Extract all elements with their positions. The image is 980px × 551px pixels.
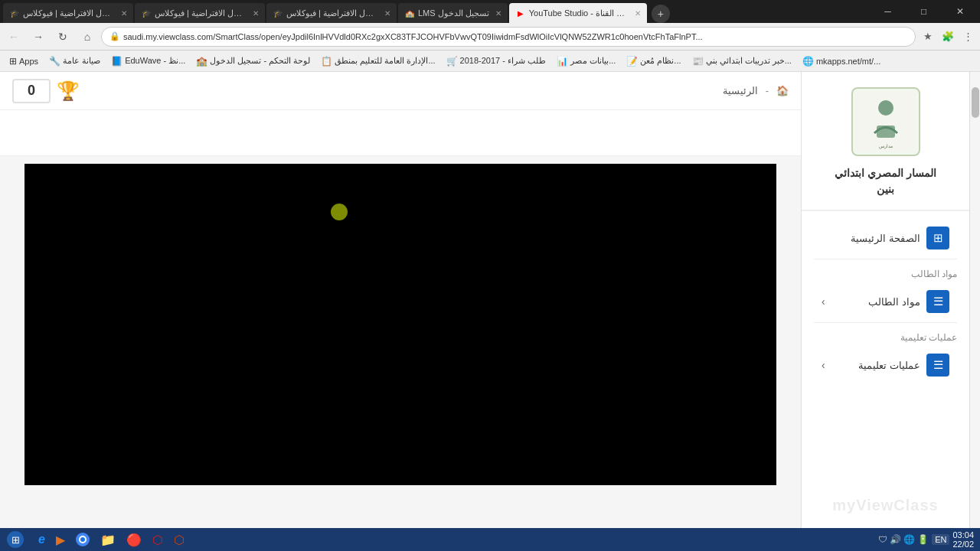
bookmark-label-9: mkapps.net/mt/... <box>816 57 880 66</box>
sidebar-edu-section: عمليات تعليمية ‹ عمليات تعليمية ☰ <box>802 323 969 386</box>
tab-close-4[interactable]: ✕ <box>495 9 501 18</box>
video-screen <box>24 164 776 485</box>
chrome-icon <box>76 533 90 546</box>
sidebar-item-student-materials[interactable]: ‹ مواد الطالب ☰ <box>814 284 957 319</box>
bookmark-system[interactable]: 📝 نظام مُعن... <box>622 54 685 68</box>
browser-tab-3[interactable]: 🎓 الفصول الافتراضية | فيوكلاس ✕ <box>266 3 397 23</box>
bookmark-star-icon[interactable]: ★ <box>919 28 937 46</box>
bookmark-favicon-9: 🌐 <box>802 56 814 67</box>
sidebar-item-edu-ops[interactable]: ‹ عمليات تعليمية ☰ <box>814 347 957 383</box>
video-player[interactable] <box>24 164 776 485</box>
system-tray: 🛡 🔊 🌐 🔋 <box>878 534 929 545</box>
breadcrumb-separator: - <box>766 85 769 96</box>
tab-close-5[interactable]: ✕ <box>635 9 641 18</box>
extensions-icon[interactable]: 🧩 <box>939 28 957 46</box>
bookmark-favicon-7: 📝 <box>626 56 638 67</box>
taskbar: ⊞ e ▶ 📁 🔴 ⬡ ⬡ 🛡 <box>0 528 980 551</box>
tab-label-4: LMS تسجيل الدخول <box>418 8 489 18</box>
browser-tab-2[interactable]: 🎓 الفصول الافتراضية | فيوكلاس ✕ <box>135 3 265 23</box>
bookmark-purchase[interactable]: 🛒 2018-2017 - طلب شراء <box>442 54 550 68</box>
browser-tab-4[interactable]: 🏫 LMS تسجيل الدخول ✕ <box>398 3 508 23</box>
bookmark-label-4: الإدارة العامة للتعليم بمنطق... <box>335 56 435 66</box>
shield-icon: 🛡 <box>878 534 887 545</box>
url-bar[interactable]: 🔒 saudi.my.viewclass.com/SmartClass/open… <box>101 27 916 47</box>
close-button[interactable]: ✕ <box>942 0 977 23</box>
bookmark-mkapps[interactable]: 🌐 mkapps.net/mt/... <box>798 54 885 68</box>
sidebar-home-icon: ⊞ <box>926 227 949 249</box>
apps-grid-icon: ⊞ <box>9 56 17 67</box>
bookmark-label-7: نظام مُعن... <box>640 56 681 66</box>
sidebar-student-icon: ☰ <box>926 290 949 313</box>
bookmark-data[interactable]: 📊 بيانات مصر... <box>552 54 620 68</box>
breadcrumb: الرئيسية - 🏠 <box>723 85 789 96</box>
student-section-label: مواد الطالب <box>814 269 957 279</box>
lock-icon: 🔒 <box>109 31 120 41</box>
browser-tab-1[interactable]: 🎓 الفصول الافتراضية | فيوكلاس ✕ <box>3 3 133 23</box>
bookmark-label-8: خبر تدريبات ابتدائي بني... <box>706 56 792 66</box>
taskbar-ie[interactable]: e <box>34 529 50 550</box>
sidebar-home-label: الصفحة الرئيسية <box>828 233 920 244</box>
bookmark-eduwave[interactable]: 📘 EduWave - نظ... <box>106 54 190 68</box>
home-icon[interactable]: 🏠 <box>776 85 789 96</box>
bookmark-favicon-6: 📊 <box>557 56 568 67</box>
minimize-button[interactable]: ─ <box>871 0 905 23</box>
scrollbar[interactable] <box>969 72 980 528</box>
forward-button[interactable]: → <box>28 26 49 47</box>
taskbar-right: 🛡 🔊 🌐 🔋 EN 03:04 22/02 <box>878 530 980 549</box>
taskbar-app1[interactable]: ⬡ <box>148 529 168 550</box>
student-materials-chevron-icon: ‹ <box>822 295 825 308</box>
new-tab-button[interactable]: + <box>652 5 670 23</box>
maximize-button[interactable]: □ <box>906 0 941 23</box>
taskbar-wmp[interactable]: ▶ <box>51 529 70 550</box>
edu-ops-chevron-icon: ‹ <box>822 359 825 371</box>
tab-favicon-3: 🎓 <box>273 8 283 18</box>
score-bar: 0 🏆 الرئيسية - 🏠 <box>0 72 801 110</box>
sidebar-edu-label: عمليات تعليمية <box>831 360 920 371</box>
bookmark-favicon-5: 🛒 <box>446 56 458 67</box>
taskbar-pinned-apps: e ▶ 📁 🔴 ⬡ ⬡ <box>31 529 192 550</box>
start-button[interactable]: ⊞ <box>0 528 31 551</box>
bookmark-training[interactable]: 📰 خبر تدريبات ابتدائي بني... <box>688 54 796 68</box>
video-wrapper <box>0 156 801 528</box>
watermark-text: myViewClass <box>802 491 969 520</box>
tab-favicon-5: ▶ <box>515 8 526 18</box>
bookmark-admin[interactable]: 📋 الإدارة العامة للتعليم بمنطق... <box>316 54 439 68</box>
refresh-button[interactable]: ↻ <box>52 26 74 47</box>
tab-label-3: الفصول الافتراضية | فيوكلاس <box>286 8 378 18</box>
taskbar-file-explorer[interactable]: 📁 <box>96 529 120 550</box>
wmp-icon: ▶ <box>56 533 65 547</box>
svg-point-1 <box>878 100 893 116</box>
tab-close-1[interactable]: ✕ <box>121 9 127 18</box>
tab-close-2[interactable]: ✕ <box>253 9 259 18</box>
bookmark-label-3: لوحة التحكم - تسجيل الدخول <box>210 56 310 66</box>
back-button[interactable]: ← <box>3 26 24 47</box>
bookmark-apps[interactable]: ⊞ Apps <box>5 54 43 68</box>
tab-label-5: YouTube Studio - محتوى القناة <box>529 8 629 18</box>
url-text: saudi.my.viewclass.com/SmartClass/open/e… <box>123 32 907 41</box>
speaker-icon[interactable]: 🔊 <box>890 534 901 545</box>
language-indicator[interactable]: EN <box>932 534 949 545</box>
browser-tab-5[interactable]: ▶ YouTube Studio - محتوى القناة ✕ <box>509 3 647 23</box>
taskbar-app2[interactable]: ⬡ <box>169 529 189 550</box>
window-controls: ─ □ ✕ <box>871 0 977 23</box>
windows-logo-icon: ⊞ <box>7 531 24 548</box>
score-value: 0 <box>12 79 51 103</box>
more-icon[interactable]: ⋮ <box>959 28 977 46</box>
taskbar-chrome[interactable] <box>71 529 94 550</box>
bookmark-apps-label: Apps <box>19 57 38 66</box>
home-button[interactable]: ⌂ <box>77 26 98 47</box>
tab-favicon-4: 🏫 <box>404 8 415 18</box>
bookmark-maintenance[interactable]: 🔧 صيانة عامة <box>44 54 105 68</box>
address-action-icons: ★ 🧩 ⋮ <box>919 28 977 46</box>
bookmark-control-panel[interactable]: 🏫 لوحة التحكم - تسجيل الدخول <box>191 54 315 68</box>
tab-favicon-2: 🎓 <box>141 8 152 18</box>
tab-close-3[interactable]: ✕ <box>384 9 390 18</box>
sidebar-item-home[interactable]: الصفحة الرئيسية ⊞ <box>814 220 957 256</box>
sidebar-student-label: مواد الطالب <box>831 296 920 308</box>
battery-icon: 🔋 <box>917 534 929 545</box>
logo-svg: مدارس <box>855 91 916 152</box>
page-content: 0 🏆 الرئيسية - 🏠 <box>0 72 980 528</box>
scroll-thumb[interactable] <box>972 87 979 118</box>
school-name: المسار المصري ابتدائي بنين <box>835 165 936 197</box>
taskbar-firefox[interactable]: 🔴 <box>122 529 146 550</box>
